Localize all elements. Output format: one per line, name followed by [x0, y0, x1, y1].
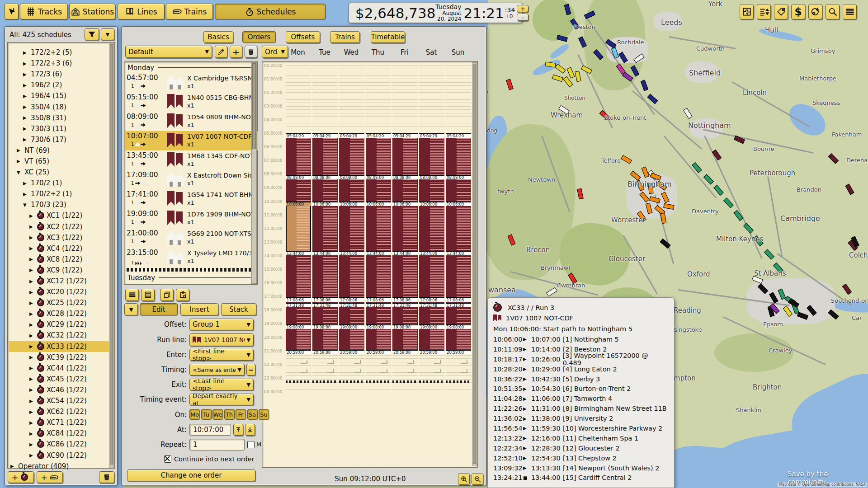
graph-scrollbar[interactable] [472, 62, 477, 466]
order-row[interactable]: 08:09:0011D54 0809 BHM-NOTx1 [125, 112, 258, 131]
map-train-marker[interactable] [552, 75, 563, 82]
sidebar-tree-item[interactable]: ▶170/2 (1) [9, 178, 111, 188]
continue-next-order-checkbox[interactable] [164, 455, 171, 463]
sidebar-tree-item[interactable]: ▶XC46 (1/22) [9, 385, 111, 395]
mode-tab-stack[interactable]: Stack [221, 303, 256, 315]
chevron-collapsed-icon[interactable]: ▶ [23, 192, 29, 197]
sidebar-tree-item[interactable]: ▶XC20 (1/22) [9, 286, 111, 297]
tool-button-lines[interactable]: Lines [118, 4, 165, 19]
add-train-button[interactable]: + [37, 471, 63, 483]
exit-dropdown[interactable]: <Last line stop> ▼ [189, 379, 254, 390]
delete-preset-button[interactable] [245, 46, 257, 58]
tags-button[interactable] [774, 4, 788, 19]
sidebar-tree-item[interactable]: ▶XC86 (1/22) [9, 439, 111, 450]
order-row[interactable]: 05:15:0011N40 0515 CBG-BHMx1 [125, 92, 258, 112]
sidebar-tree-item[interactable]: ▶XC45 (1/22) [9, 374, 111, 385]
chevron-collapsed-icon[interactable]: ▶ [23, 104, 29, 109]
map-train-marker[interactable] [845, 184, 854, 195]
tool-button-trains[interactable]: Trains [166, 4, 213, 19]
finances-button[interactable]: $ [791, 4, 805, 19]
order-row[interactable]: 10:07:0011V07 1007 NOT-CDFx1 [125, 131, 258, 150]
day-toggle-th[interactable]: Th [224, 409, 235, 420]
timing-equals-button[interactable]: = [246, 364, 255, 375]
day-toggle-fr[interactable]: Fr [236, 409, 246, 420]
tab-offsets[interactable]: Offsets [286, 31, 320, 43]
chevron-collapsed-icon[interactable]: ▶ [29, 453, 35, 458]
sidebar-tree-item[interactable]: ▶XC28 (1/22) [9, 308, 111, 319]
chevron-collapsed-icon[interactable]: ▶ [23, 115, 29, 120]
order-row[interactable]: 23:15:001X Tyseley LMD 170/3 Inboundx1 [125, 248, 258, 267]
chevron-collapsed-icon[interactable]: ▶ [29, 442, 35, 447]
chevron-collapsed-icon[interactable]: ▶ [29, 246, 35, 251]
timing-event-dropdown[interactable]: Depart exactly at ▼ [189, 394, 254, 405]
map-train-marker[interactable] [842, 284, 852, 295]
chevron-collapsed-icon[interactable]: ▶ [29, 344, 35, 349]
mods-button[interactable] [740, 4, 754, 19]
chevron-collapsed-icon[interactable]: ▶ [29, 420, 35, 425]
sidebar-tree-item[interactable]: ▶XC25 (1/22) [9, 297, 111, 308]
chevron-collapsed-icon[interactable]: ▶ [17, 159, 23, 164]
add-preset-button[interactable]: + [230, 46, 242, 58]
chevron-collapsed-icon[interactable]: ▶ [29, 376, 35, 381]
pointer-tool-button[interactable] [5, 4, 19, 19]
map-train-marker[interactable] [828, 153, 839, 164]
chevron-collapsed-icon[interactable]: ▶ [29, 333, 35, 338]
chevron-collapsed-icon[interactable]: ▶ [23, 94, 29, 99]
timetable-day-column-fri[interactable]: 05:04:2908:08:0010:06:0013:44:0017:08:06… [392, 65, 418, 392]
map-train-marker[interactable] [764, 249, 774, 260]
time-speed-minus-button[interactable]: - [517, 14, 528, 21]
sidebar-tree-item[interactable]: ▶172/2+3 (6) [9, 58, 111, 69]
chevron-expanded-icon[interactable]: ▼ [17, 170, 23, 175]
mode-tab-insert[interactable]: Insert [180, 303, 218, 315]
selected-order-block[interactable] [286, 202, 311, 252]
sidebar-tree-item[interactable]: ▶XC62 (1/22) [9, 406, 111, 417]
sidebar-tree-item[interactable]: ▶XC4 (1/22) [9, 243, 111, 254]
filter-dropdown-button[interactable]: ▼ [101, 28, 114, 40]
sidebar-tree-item[interactable]: ▶XC12 (1/22) [9, 276, 111, 286]
order-row[interactable]: 04:57:001X Cambridge T&RSMD Outboux1 [125, 73, 258, 92]
map-train-marker[interactable] [555, 64, 566, 74]
chevron-collapsed-icon[interactable]: ▶ [17, 148, 23, 153]
enter-dropdown[interactable]: <First line stop> ▼ [189, 349, 254, 361]
map-train-marker[interactable] [703, 174, 714, 184]
order-row[interactable]: 19:09:0011D76 1909 BHM-NOTx1 [125, 209, 258, 228]
rename-preset-button[interactable] [215, 46, 227, 58]
chevron-collapsed-icon[interactable]: ▶ [23, 137, 29, 142]
preset-dropdown[interactable]: Default ▼ [125, 46, 212, 58]
sidebar-tree-item[interactable]: ▶XC32 (1/22) [9, 330, 111, 341]
tab-timetable[interactable]: Timetable [371, 31, 405, 43]
chevron-collapsed-icon[interactable]: ▶ [23, 181, 29, 186]
sidebar-tree-item[interactable]: ▶172/2+2 (5) [9, 47, 111, 58]
map-train-marker[interactable] [647, 94, 658, 104]
chevron-collapsed-icon[interactable]: ▶ [23, 50, 29, 55]
chevron-collapsed-icon[interactable]: ▶ [29, 387, 35, 392]
map-train-marker[interactable] [567, 67, 575, 78]
timing-dropdown[interactable]: <Same as enter stop> ▼ [189, 364, 245, 375]
day-toggle-we[interactable]: We [212, 409, 223, 420]
menu-button[interactable] [843, 4, 857, 19]
sidebar-tree-item[interactable]: ▶730/3 (11) [9, 123, 111, 134]
align-bottom-button[interactable] [245, 424, 255, 436]
run-line-dropdown[interactable]: 1V07 1007 NOT-CDF ▼ [189, 333, 254, 346]
sidebar-tree-item[interactable]: ▶172/3 (6) [9, 69, 111, 80]
chevron-collapsed-icon[interactable]: ▶ [23, 61, 29, 66]
map-train-marker[interactable] [621, 155, 632, 164]
repeat-max-checkbox[interactable] [247, 441, 255, 448]
map-train-marker[interactable] [546, 287, 557, 297]
sidebar-tree-item[interactable]: ▼XC (25) [9, 167, 111, 178]
map-train-marker[interactable] [723, 197, 734, 208]
chevron-collapsed-icon[interactable]: ▶ [29, 300, 35, 305]
sidebar-tree-item[interactable]: ▶XC1 (1/22) [9, 210, 111, 221]
sidebar-tree-item[interactable]: ▶XC39 (1/22) [9, 352, 111, 363]
chevron-collapsed-icon[interactable]: ▶ [29, 290, 35, 295]
change-one-order-button[interactable]: Change one order [127, 469, 255, 481]
view-mode-dropdown[interactable]: Ord ▼ [262, 46, 288, 58]
chevron-collapsed-icon[interactable]: ▶ [23, 83, 29, 88]
sidebar-tree-item[interactable]: ▶XC2 (1/22) [9, 221, 111, 232]
copy-orders-button[interactable] [160, 289, 174, 301]
at-time-input[interactable]: 10:07:00 [189, 424, 231, 436]
tool-button-stations[interactable]: Stations [69, 4, 115, 19]
sidebar-tree-item[interactable]: ▶XC44 (1/22) [9, 363, 111, 374]
timetable-day-column-thu[interactable]: 05:04:2908:08:0010:06:0013:44:0017:08:06… [366, 65, 391, 392]
chevron-collapsed-icon[interactable]: ▶ [29, 431, 35, 436]
